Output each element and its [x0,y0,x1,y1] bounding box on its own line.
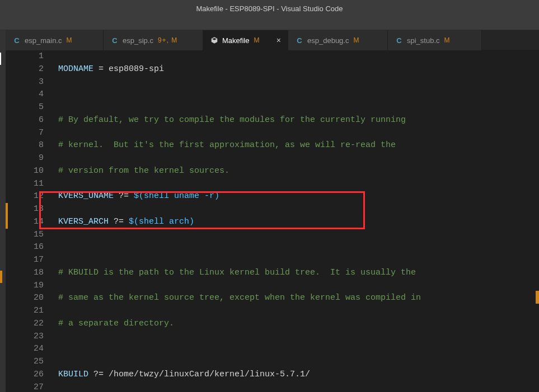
tab-makefile[interactable]: Makefile M × [203,30,288,50]
code-line[interactable]: # version from the kernel sources. [58,165,539,178]
line-number: 13 [6,203,44,216]
c-file-icon: C [395,36,404,45]
tab-scm-status: M [66,36,72,44]
line-number: 15 [6,229,44,242]
line-number: 9 [6,152,44,165]
editor-tabs: C esp_main.c M C esp_sip.c 9+, M Makefil… [6,30,539,50]
code-line[interactable] [58,88,539,101]
code-content[interactable]: MODNAME = esp8089-spi # By default, we t… [54,50,539,392]
code-line[interactable]: # a separate directory. [58,318,539,330]
code-line[interactable]: MODNAME = esp8089-spi [58,63,539,76]
line-number: 2 [6,63,44,76]
activity-scm-badge [0,271,2,283]
c-file-icon: C [12,36,21,45]
tab-scm-status: M [444,36,451,44]
line-number: 21 [6,305,44,318]
line-number: 27 [6,381,44,393]
tab-spi-stub[interactable]: C spi_stub.c M [388,30,482,50]
line-number: 23 [6,330,44,343]
line-number: 12 [6,190,44,203]
tab-label: esp_main.c [25,36,62,45]
code-line[interactable]: # By default, we try to compile the modu… [58,114,539,127]
modified-line-marker [6,203,8,216]
code-line[interactable]: KBUILD ?= /home/twzy/linuxCard/kernel/li… [58,369,539,381]
overview-ruler-marker [536,291,539,304]
window-title: Makefile - ESP8089-SPI - Visual Studio C… [196,4,343,13]
code-line[interactable]: KVERS_ARCH ?= $(shell arch) [58,216,539,229]
line-number: 4 [6,88,44,101]
makefile-icon [210,36,219,45]
line-number: 18 [6,267,44,280]
code-line[interactable] [58,241,539,254]
tab-esp-sip[interactable]: C esp_sip.c 9+, M [104,30,203,50]
activity-indicator [0,53,1,65]
line-number: 22 [6,318,44,330]
line-number: 19 [6,280,44,292]
line-number: 5 [6,101,44,114]
tab-scm-status: M [353,36,359,44]
code-line[interactable]: KVERS_UNAME ?= $(shell uname -r) [58,190,539,203]
line-number: 26 [6,369,44,381]
window-titlebar: Makefile - ESP8089-SPI - Visual Studio C… [0,0,539,17]
line-number: 3 [6,76,44,89]
c-file-icon: C [295,36,304,45]
line-number: 17 [6,254,44,267]
tab-esp-main[interactable]: C esp_main.c M [6,30,104,50]
code-line[interactable] [58,343,539,356]
tab-label: esp_sip.c [123,36,153,45]
code-line[interactable]: # same as the kernel source tree, except… [58,292,539,305]
gutter-decorations [6,50,11,392]
line-number: 24 [6,343,44,356]
tab-esp-debug[interactable]: C esp_debug.c M [288,30,388,50]
code-line[interactable]: # KBUILD is the path to the Linux kernel… [58,267,539,280]
line-number: 20 [6,292,44,305]
tab-label: Makefile [222,36,249,45]
tab-label: spi_stub.c [407,36,440,45]
c-file-icon: C [110,36,119,45]
line-number-gutter: 1234567891011121314151617181920212223242… [6,50,54,392]
line-number: 6 [6,114,44,127]
menubar[interactable] [0,17,539,30]
line-number: 8 [6,139,44,152]
line-number: 16 [6,241,44,254]
activity-bar[interactable] [0,30,6,392]
tab-scm-status: 9+, M [158,36,177,44]
code-line[interactable]: # kernel. But it's the first approximati… [58,139,539,152]
tab-label: esp_debug.c [307,36,349,45]
line-number: 7 [6,127,44,140]
tab-scm-status: M [254,36,260,44]
code-editor[interactable]: 1234567891011121314151617181920212223242… [6,50,539,392]
line-number: 11 [6,178,44,191]
line-number: 25 [6,356,44,369]
modified-line-marker [6,216,8,229]
line-number: 1 [6,50,44,63]
line-number: 14 [6,216,44,229]
close-icon[interactable]: × [276,36,281,45]
line-number: 10 [6,165,44,178]
